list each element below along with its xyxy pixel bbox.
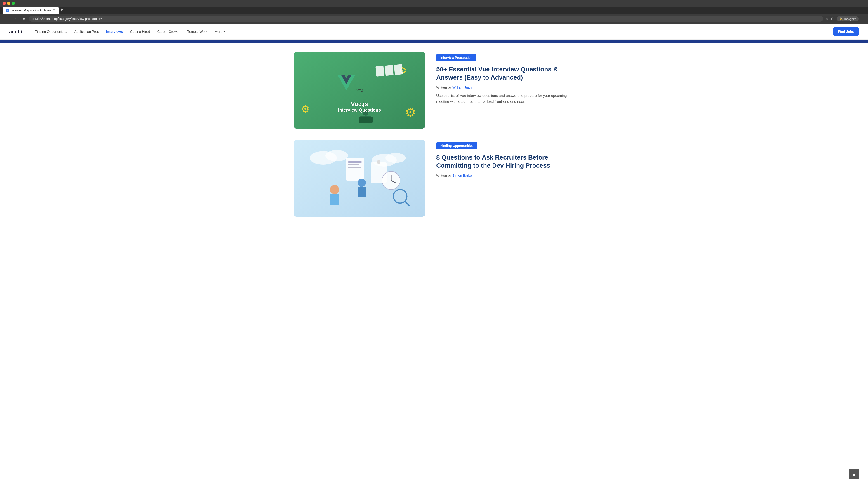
browser-menu-icon[interactable]: ⋮ bbox=[861, 17, 865, 21]
article-author: Written by Simon Barker bbox=[436, 173, 574, 177]
svg-line-22 bbox=[405, 201, 409, 205]
refresh-button[interactable]: ↻ bbox=[20, 15, 27, 22]
nav-getting-hired[interactable]: Getting Hired bbox=[127, 28, 153, 35]
paper-icon-3 bbox=[394, 64, 403, 75]
svg-point-7 bbox=[385, 153, 406, 163]
nav-application-prep[interactable]: Application Prep bbox=[71, 28, 102, 35]
svg-rect-1 bbox=[359, 117, 373, 123]
svg-point-19 bbox=[330, 185, 339, 194]
category-badge[interactable]: Finding Opportunities bbox=[436, 142, 477, 149]
website-content: arc() Finding Opportunities Application … bbox=[0, 24, 868, 237]
page-main-content: arc() ⚙ ⚙ ⚙ bbox=[276, 43, 592, 237]
article-title[interactable]: 50+ Essential Vue Interview Questions & … bbox=[436, 65, 574, 82]
nav-career-growth[interactable]: Career Growth bbox=[154, 28, 183, 35]
window-maximize-button[interactable] bbox=[12, 2, 15, 5]
window-controls bbox=[3, 2, 15, 5]
active-tab[interactable]: ✦ Interview Preparation Archives ✕ bbox=[3, 7, 59, 14]
svg-rect-11 bbox=[348, 167, 361, 168]
article-card: arc() ⚙ ⚙ ⚙ bbox=[294, 52, 574, 129]
nav-more-dropdown[interactable]: More ▾ bbox=[212, 28, 228, 35]
svg-rect-10 bbox=[348, 164, 360, 165]
main-navigation: Finding Opportunities Application Prep I… bbox=[32, 28, 826, 35]
svg-point-5 bbox=[326, 150, 348, 161]
toolbar-icons: ☆ ⬡ 🕵 Incognito ⋮ bbox=[825, 16, 865, 22]
more-chevron-icon: ▾ bbox=[223, 30, 225, 34]
article-info: Interview Preparation 50+ Essential Vue … bbox=[436, 52, 574, 105]
more-label: More bbox=[215, 30, 222, 33]
svg-rect-20 bbox=[330, 194, 339, 205]
nav-finding-opportunities[interactable]: Finding Opportunities bbox=[32, 28, 70, 35]
paper-icon-1 bbox=[375, 66, 384, 76]
address-bar[interactable]: arc.dev/talent-blog/category/interview-p… bbox=[29, 16, 823, 22]
nav-interviews[interactable]: Interviews bbox=[103, 28, 126, 35]
article-info: Finding Opportunities 8 Questions to Ask… bbox=[436, 140, 574, 181]
article-excerpt: Use this list of Vue interview questions… bbox=[436, 93, 574, 105]
new-tab-button[interactable]: + bbox=[61, 7, 63, 12]
blue-accent-banner bbox=[0, 39, 868, 43]
back-button[interactable]: ← bbox=[3, 15, 9, 22]
bookmark-icon[interactable]: ☆ bbox=[825, 17, 829, 21]
svg-rect-3 bbox=[362, 116, 369, 117]
site-logo[interactable]: arc() bbox=[9, 29, 23, 34]
address-text: arc.dev/talent-blog/category/interview-p… bbox=[32, 17, 820, 21]
image-brand: arc() bbox=[356, 88, 363, 92]
tab-favicon: ✦ bbox=[6, 9, 9, 12]
svg-rect-9 bbox=[348, 161, 362, 163]
article-author: Written by William Juan bbox=[436, 86, 574, 89]
article-thumbnail[interactable]: arc() ⚙ ⚙ ⚙ bbox=[294, 52, 425, 129]
article-card: Finding Opportunities 8 Questions to Ask… bbox=[294, 140, 574, 217]
category-badge[interactable]: Interview Preparation bbox=[436, 54, 476, 61]
site-header: arc() Finding Opportunities Application … bbox=[0, 24, 868, 39]
forward-button[interactable]: → bbox=[12, 15, 18, 22]
article-title[interactable]: 8 Questions to Ask Recruiters Before Com… bbox=[436, 153, 574, 170]
browser-toolbar: ← → ↻ arc.dev/talent-blog/category/inter… bbox=[0, 14, 868, 24]
browser-window: ✦ Interview Preparation Archives ✕ + ← →… bbox=[0, 0, 868, 24]
tab-bar: ✦ Interview Preparation Archives ✕ + bbox=[0, 7, 868, 14]
incognito-icon: 🕵 bbox=[839, 17, 843, 21]
incognito-label: Incognito bbox=[844, 17, 856, 21]
tab-close-button[interactable]: ✕ bbox=[53, 9, 55, 12]
svg-point-12 bbox=[358, 179, 366, 187]
window-minimize-button[interactable] bbox=[7, 2, 10, 5]
author-link[interactable]: William Juan bbox=[452, 86, 471, 89]
svg-point-15 bbox=[377, 160, 380, 164]
author-link[interactable]: Simon Barker bbox=[452, 173, 473, 177]
browser-titlebar bbox=[0, 0, 868, 7]
article-thumbnail[interactable] bbox=[294, 140, 425, 217]
find-jobs-button[interactable]: Find Jobs bbox=[833, 27, 859, 36]
window-close-button[interactable] bbox=[3, 2, 6, 5]
finding-image-bg bbox=[294, 140, 425, 217]
vuejs-logo bbox=[337, 74, 355, 90]
tab-title: Interview Preparation Archives bbox=[11, 8, 51, 12]
finding-illustration bbox=[305, 144, 414, 212]
extension-icon[interactable]: ⬡ bbox=[831, 17, 834, 21]
svg-rect-13 bbox=[358, 187, 366, 197]
paper-icon-2 bbox=[385, 65, 394, 76]
nav-remote-work[interactable]: Remote Work bbox=[184, 28, 211, 35]
incognito-badge: 🕵 Incognito bbox=[837, 16, 859, 22]
